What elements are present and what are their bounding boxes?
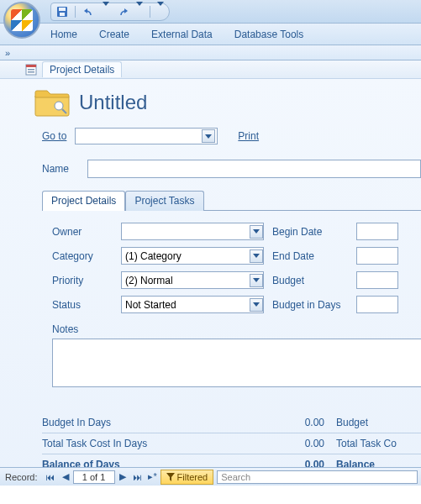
goto-link[interactable]: Go to [42, 130, 66, 142]
inner-tab-bar: Project Details Project Tasks [42, 190, 421, 210]
filter-label: Filtered [177, 472, 208, 482]
owner-combo[interactable] [121, 223, 264, 240]
category-dropdown-icon[interactable] [250, 249, 263, 263]
save-icon[interactable] [56, 6, 68, 18]
nav-prev-icon[interactable]: ◀ [58, 470, 73, 485]
status-dropdown-icon[interactable] [250, 298, 263, 312]
notes-input[interactable] [52, 339, 421, 387]
nav-new-icon[interactable]: ▸* [145, 470, 161, 485]
svg-rect-5 [28, 69, 34, 71]
page-title: Untitled [79, 91, 147, 114]
end-date-input[interactable] [356, 247, 398, 265]
nav-last-icon[interactable]: ⏭ [130, 470, 145, 485]
ribbon-tabs: Home Create External Data Database Tools [0, 24, 421, 45]
svg-rect-6 [28, 71, 34, 73]
summary-right-label: Budget [336, 417, 421, 428]
document-tab-bar: Project Details [0, 60, 421, 79]
folder-icon [34, 87, 71, 118]
status-label: Status [52, 299, 113, 311]
undo-dropdown-icon[interactable] [103, 6, 109, 18]
summary-label: Budget In Days [42, 417, 277, 428]
ribbon-tab-database-tools[interactable]: Database Tools [234, 29, 304, 40]
svg-rect-1 [59, 8, 66, 11]
tab-project-tasks[interactable]: Project Tasks [125, 191, 203, 211]
ribbon-tab-create[interactable]: Create [99, 29, 129, 40]
search-placeholder: Search [221, 472, 250, 482]
status-value: Not Started [125, 299, 176, 311]
budget-days-label: Budget in Days [272, 299, 348, 311]
form-icon [25, 64, 37, 76]
goto-combo[interactable] [75, 128, 218, 144]
nav-first-icon[interactable]: ⏮ [43, 470, 58, 485]
budget-days-input[interactable] [356, 296, 398, 313]
summary-right-label: Total Task Co [336, 438, 421, 449]
form-title-row: Untitled [34, 87, 421, 118]
category-combo[interactable]: (1) Category [121, 247, 264, 265]
document-tab-label[interactable]: Project Details [42, 61, 122, 77]
redo-icon[interactable] [116, 6, 129, 18]
record-label: Record: [0, 472, 43, 482]
owner-label: Owner [52, 226, 113, 238]
qat-customize-icon[interactable] [157, 6, 164, 18]
svg-rect-2 [60, 13, 65, 16]
budget-label: Budget [272, 275, 348, 286]
form-area: Untitled Go to Print Name Project Detail… [0, 79, 421, 486]
summary-row-budget-days: Budget In Days 0.00 Budget [42, 412, 421, 433]
office-button[interactable] [3, 2, 40, 39]
filter-toggle[interactable]: Filtered [161, 470, 214, 485]
nav-next-icon[interactable]: ▶ [115, 470, 130, 485]
office-logo-icon [11, 9, 33, 31]
priority-label: Priority [52, 275, 113, 286]
summary-row-total-task-cost: Total Task Cost In Days 0.00 Total Task … [42, 433, 421, 454]
begin-date-input[interactable] [356, 223, 398, 240]
quick-access-toolbar [50, 3, 170, 21]
print-link[interactable]: Print [238, 130, 259, 142]
name-label: Name [42, 163, 79, 175]
redo-dropdown-icon[interactable] [136, 6, 143, 18]
category-label: Category [52, 250, 113, 262]
expand-nav-icon[interactable] [5, 47, 10, 59]
ribbon-tab-home[interactable]: Home [50, 29, 77, 40]
record-position[interactable]: 1 of 1 [73, 470, 115, 484]
summary-label: Total Task Cost In Days [42, 438, 277, 449]
budget-input[interactable] [356, 271, 398, 289]
funnel-icon [166, 473, 175, 481]
title-bar [0, 0, 421, 24]
goto-combo-dropdown-icon[interactable] [202, 129, 215, 143]
svg-point-7 [55, 102, 63, 110]
search-input[interactable]: Search [217, 470, 418, 484]
end-date-label: End Date [272, 250, 348, 262]
svg-rect-4 [26, 65, 36, 67]
undo-icon[interactable] [82, 6, 96, 18]
owner-dropdown-icon[interactable] [250, 225, 263, 239]
tab-panel-project-details: Owner Begin Date Category (1) Category E… [42, 210, 421, 387]
summary-value: 0.00 [277, 438, 336, 449]
summary-value: 0.00 [277, 417, 336, 428]
tab-project-details[interactable]: Project Details [42, 191, 125, 211]
category-value: (1) Category [125, 250, 182, 262]
name-input[interactable] [87, 160, 421, 178]
ribbon-tab-external-data[interactable]: External Data [151, 29, 213, 40]
navigation-pane-toggle-row [0, 45, 421, 60]
begin-date-label: Begin Date [272, 226, 348, 238]
summary-section: Budget In Days 0.00 Budget Total Task Co… [42, 412, 421, 475]
priority-value: (2) Normal [125, 275, 173, 286]
priority-combo[interactable]: (2) Normal [121, 271, 264, 289]
record-navigation-bar: Record: ⏮ ◀ 1 of 1 ▶ ⏭ ▸* Filtered Searc… [0, 467, 421, 486]
notes-label: Notes [52, 323, 78, 335]
priority-dropdown-icon[interactable] [250, 274, 263, 287]
status-combo[interactable]: Not Started [121, 296, 264, 313]
